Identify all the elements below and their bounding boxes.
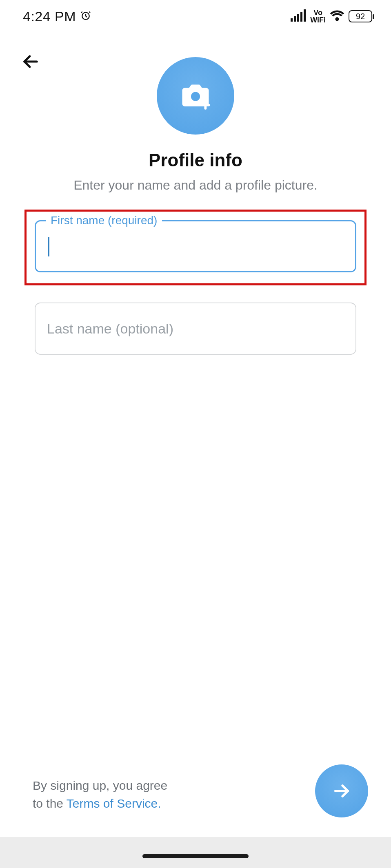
last-name-field-wrap xyxy=(35,303,356,355)
last-name-input[interactable] xyxy=(36,303,355,354)
status-left: 4:24 PM xyxy=(23,9,91,24)
alarm-icon xyxy=(80,10,91,23)
svg-rect-5 xyxy=(304,9,306,22)
page-title: Profile info xyxy=(0,150,391,170)
arrow-right-icon xyxy=(331,780,352,802)
page-subtitle: Enter your name and add a profile pictur… xyxy=(0,178,391,193)
terms-of-service-link[interactable]: Terms of Service. xyxy=(67,797,161,810)
system-nav-bar xyxy=(0,837,391,868)
home-indicator[interactable] xyxy=(142,854,249,858)
battery-indicator: 92 xyxy=(349,10,372,22)
first-name-field-wrap: First name (required) xyxy=(35,220,356,272)
svg-point-6 xyxy=(191,92,200,101)
terms-line1: By signing up, you agree xyxy=(33,779,167,792)
add-profile-photo-button[interactable] xyxy=(157,57,234,135)
svg-rect-2 xyxy=(294,16,296,22)
next-button[interactable] xyxy=(315,764,368,817)
vowifi-bottom: WiFi xyxy=(310,16,326,24)
status-bar: 4:24 PM Vo WiFi xyxy=(0,0,391,33)
terms-line2-pre: to the xyxy=(33,797,67,810)
svg-rect-4 xyxy=(300,12,302,22)
first-name-input[interactable] xyxy=(36,221,355,271)
status-time: 4:24 PM xyxy=(23,9,76,24)
back-button[interactable] xyxy=(16,47,45,76)
signup-terms-text: By signing up, you agree to the Terms of… xyxy=(33,777,167,813)
wifi-icon xyxy=(330,10,344,23)
camera-add-icon xyxy=(180,80,211,112)
svg-rect-1 xyxy=(291,18,293,22)
vowifi-indicator: Vo WiFi xyxy=(310,9,326,24)
vowifi-top: Vo xyxy=(313,9,322,17)
text-caret xyxy=(48,237,49,256)
first-name-label: First name (required) xyxy=(46,214,162,227)
cellular-signal-icon xyxy=(291,9,306,23)
arrow-left-icon xyxy=(20,51,41,72)
status-right: Vo WiFi 92 xyxy=(291,9,372,24)
svg-rect-3 xyxy=(297,14,299,22)
